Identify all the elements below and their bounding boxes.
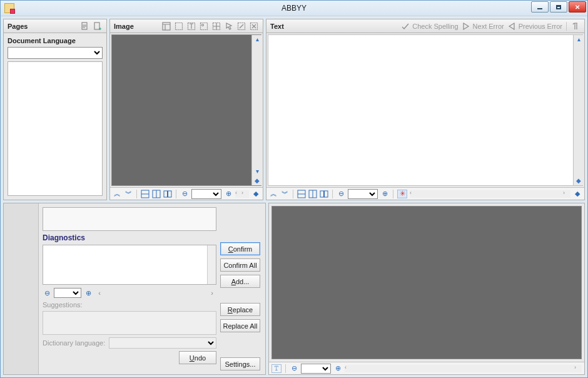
titlebar: ABBYY [1,1,587,16]
confirm-all-button[interactable]: Confirm All [220,258,260,272]
next-error-label: Next Error [473,23,504,30]
zoom-in-icon[interactable]: ⊕ [224,190,233,198]
pages-list[interactable] [8,61,103,196]
replace-all-button[interactable]: Replace All [220,319,260,332]
collapse-up-icon[interactable]: ︽ [113,190,121,198]
text-expand-down-icon[interactable]: ︾ [280,190,289,198]
text-header: Text Check Spelling Next Error Previous … [266,19,584,33]
client-area: Pages Document Language Image [1,16,587,377]
dictionary-language-row: Dictionary language: [43,337,216,349]
diag-zoom-in-icon[interactable]: ⊕ [84,289,93,297]
image-view[interactable]: ▴▾◆ [111,34,261,186]
draw-area-icon[interactable] [174,21,184,31]
text-view[interactable]: ▴◆ [268,34,583,186]
draw-picture-area-icon[interactable] [199,21,209,31]
dictionary-language-label: Dictionary language: [43,339,105,347]
pages-panel: Pages Document Language [3,19,107,200]
diagnostics-input[interactable] [43,207,216,231]
add-button[interactable]: Add... [220,275,260,288]
expand-down-icon[interactable]: ︾ [124,190,133,198]
text-fit-page-icon[interactable] [308,190,317,198]
preview-hscroll[interactable]: ‹› [345,365,582,372]
svg-rect-5 [201,23,208,29]
draw-table-area-icon[interactable] [211,21,221,31]
fit-width-icon[interactable] [141,190,150,198]
preview-panel: 𝚃 ⊖ ⊕ ‹› [268,203,585,375]
add-page-icon[interactable] [93,21,103,31]
previous-error-button[interactable]: Previous Error [507,21,562,31]
text-strip-diamond-icon[interactable]: ◆ [573,190,582,198]
delete-area-icon[interactable] [249,21,259,31]
diagnostics-zoom-select[interactable] [54,288,81,298]
app-window: ABBYY Pages Document Language [0,0,588,378]
text-mode-icon[interactable]: 𝚃 [271,364,281,373]
svg-rect-1 [94,23,99,29]
image-hscroll[interactable]: ‹› [235,190,249,198]
fit-page-icon[interactable] [152,190,161,198]
pilcrow-icon[interactable] [570,21,580,31]
close-button[interactable] [569,1,586,13]
svg-rect-2 [163,23,170,30]
text-fit-width-icon[interactable] [297,190,306,198]
window-title: ABBYY [281,4,307,13]
preview-zoom-in-icon[interactable]: ⊕ [333,364,342,373]
diagnostics-tabs[interactable] [4,203,39,374]
zoom-out-icon[interactable]: ⊖ [180,190,189,198]
text-collapse-up-icon[interactable]: ︽ [269,190,278,198]
image-header: Image [110,19,263,33]
preview-view[interactable] [271,206,582,359]
diagnostics-panel: Diagnostics ⊖ ⊕ ‹ › Suggestions: [3,203,266,375]
diag-scroll-left-icon[interactable]: ‹ [95,289,104,297]
draw-text-area-icon[interactable] [186,21,196,31]
dictionary-language-select[interactable] [109,337,216,349]
diagnostics-buttons: Confirm Confirm All Add... Replace Repla… [220,207,261,370]
text-hscroll[interactable]: ‹› [410,190,570,198]
pages-title: Pages [8,23,28,30]
text-zoom-in-icon[interactable]: ⊕ [380,190,389,198]
check-spelling-button[interactable]: Check Spelling [400,21,458,31]
text-zoom-select[interactable] [348,189,378,199]
diagnostics-editor[interactable] [43,245,216,285]
confirm-button[interactable]: Confirm [220,242,260,255]
replace-button[interactable]: Replace [220,303,260,316]
next-error-button[interactable]: Next Error [461,21,504,31]
svg-rect-12 [164,191,168,197]
suggestions-label: Suggestions: [43,301,216,309]
dictionary-icon[interactable]: ✳ [397,190,407,198]
diagnostics-editor-vscroll[interactable] [207,245,216,284]
preview-zoom-select[interactable] [301,364,331,374]
strip-diamond-icon[interactable]: ◆ [251,190,260,198]
undo-button[interactable]: Undo [179,351,216,364]
eraser-area-icon[interactable] [236,21,246,31]
svg-rect-17 [325,191,328,197]
svg-rect-3 [176,23,183,29]
window-controls [531,1,586,13]
text-two-page-icon[interactable] [320,190,328,198]
diag-zoom-out-icon[interactable]: ⊖ [43,289,51,297]
image-panel: Image ▴▾◆ ︽ [109,19,263,200]
check-spelling-label: Check Spelling [412,23,458,30]
preview-zoom-out-icon[interactable]: ⊖ [290,364,298,373]
text-title: Text [270,23,284,30]
image-zoom-select[interactable] [191,189,221,199]
next-error-icon [461,21,471,31]
text-panel: Text Check Spelling Next Error Previous … [266,19,585,200]
document-language-select[interactable] [8,47,103,59]
text-zoom-out-icon[interactable]: ⊖ [337,190,345,198]
text-vscroll[interactable]: ▴◆ [573,35,583,185]
maximize-button[interactable] [550,1,567,13]
new-page-icon[interactable] [80,21,90,31]
suggestions-list[interactable] [43,311,216,335]
previous-error-icon [507,21,517,31]
image-vscroll[interactable]: ▴▾◆ [251,35,261,185]
diagnostics-left: Diagnostics ⊖ ⊕ ‹ › Suggestions: [43,207,216,370]
diag-scroll-right-icon[interactable]: › [208,289,216,297]
two-page-icon[interactable] [163,190,172,198]
previous-error-label: Previous Error [519,23,562,30]
minimize-button[interactable] [531,1,549,13]
pointer-icon[interactable] [224,21,234,31]
settings-button[interactable]: Settings... [220,357,260,370]
spellcheck-icon [400,21,410,31]
layout-icon[interactable] [161,21,171,31]
upper-row: Pages Document Language Image [3,19,585,200]
